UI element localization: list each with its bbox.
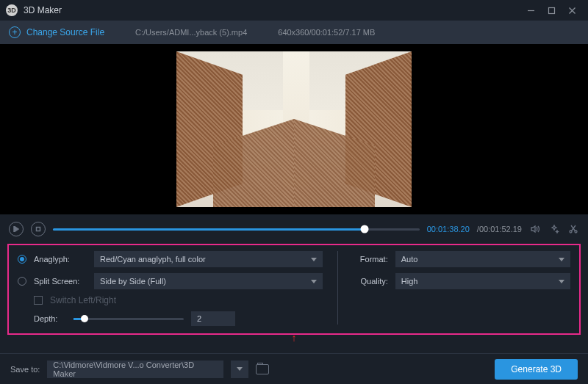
anaglyph-select[interactable]: Red/Cyan anaglyph, full color xyxy=(94,251,323,267)
settings-panel: Anaglyph: Red/Cyan anaglyph, full color … xyxy=(7,244,581,335)
minimize-button[interactable] xyxy=(520,1,541,19)
split-screen-value: Side by Side (Full) xyxy=(100,277,166,286)
svg-marker-4 xyxy=(14,226,18,232)
video-preview xyxy=(0,44,588,214)
depth-slider[interactable] xyxy=(74,318,184,320)
quality-value: High xyxy=(401,277,418,286)
svg-rect-5 xyxy=(37,228,40,231)
split-screen-label: Split Screen: xyxy=(34,277,87,286)
player-controls: 00:01:38.20/00:01:52.19 xyxy=(0,214,588,244)
depth-value: 2 xyxy=(197,314,201,323)
chevron-down-icon xyxy=(311,258,317,261)
anaglyph-radio[interactable] xyxy=(18,255,26,264)
change-source-button[interactable]: + Change Source File xyxy=(9,26,104,38)
switch-lr-label: Switch Left/Right xyxy=(50,295,116,305)
annotation-arrow-icon: ↑ xyxy=(292,332,297,344)
anaglyph-value: Red/Cyan anaglyph, full color xyxy=(100,255,206,264)
format-label: Format: xyxy=(353,255,388,264)
save-path-dropdown[interactable] xyxy=(231,361,248,378)
window-title: 3D Maker xyxy=(24,5,520,15)
stop-button[interactable] xyxy=(31,222,46,236)
preview-frame xyxy=(176,51,412,207)
svg-rect-1 xyxy=(548,7,554,13)
maximize-button[interactable] xyxy=(541,1,562,19)
current-time: 00:01:38.20 xyxy=(427,225,470,233)
app-icon: 3D xyxy=(6,4,18,16)
cut-icon[interactable] xyxy=(567,223,579,235)
duration-time: /00:01:52.19 xyxy=(477,225,522,233)
switch-lr-checkbox[interactable] xyxy=(34,296,43,305)
chevron-down-icon xyxy=(237,367,243,371)
seek-slider[interactable] xyxy=(53,228,420,231)
chevron-down-icon xyxy=(559,258,564,261)
play-button[interactable] xyxy=(9,222,24,236)
browse-folder-icon[interactable] xyxy=(256,364,269,374)
volume-icon[interactable] xyxy=(529,223,541,235)
change-source-label: Change Source File xyxy=(26,27,104,37)
depth-select[interactable]: 2 xyxy=(191,311,235,326)
footer-bar: Save to: C:\Vidmore\Vidmore V...o Conver… xyxy=(0,353,588,384)
depth-thumb[interactable] xyxy=(81,315,88,322)
anaglyph-label: Anaglyph: xyxy=(34,255,87,264)
title-bar: 3D 3D Maker xyxy=(0,0,588,21)
chevron-down-icon xyxy=(559,280,564,283)
close-button[interactable] xyxy=(562,1,582,19)
toolbar: + Change Source File C:/Users/ADMI...yba… xyxy=(0,21,588,44)
plus-icon: + xyxy=(9,26,21,38)
chevron-down-icon xyxy=(311,280,317,283)
save-to-label: Save to: xyxy=(10,365,40,374)
snapshot-icon[interactable] xyxy=(548,223,560,235)
generate-3d-button[interactable]: Generate 3D xyxy=(495,359,578,380)
seek-thumb[interactable] xyxy=(360,225,368,233)
save-path-field[interactable]: C:\Vidmore\Vidmore V...o Converter\3D Ma… xyxy=(47,361,223,378)
source-file-path: C:/Users/ADMI...yback (5).mp4 xyxy=(135,28,247,37)
source-file-info: 640x360/00:01:52/7.17 MB xyxy=(278,28,375,37)
depth-label: Depth: xyxy=(34,314,66,323)
quality-select[interactable]: High xyxy=(395,273,570,289)
quality-label: Quality: xyxy=(353,277,388,286)
split-screen-select[interactable]: Side by Side (Full) xyxy=(94,273,323,289)
format-value: Auto xyxy=(401,255,418,264)
format-select[interactable]: Auto xyxy=(395,251,570,267)
split-screen-radio[interactable] xyxy=(18,277,26,286)
